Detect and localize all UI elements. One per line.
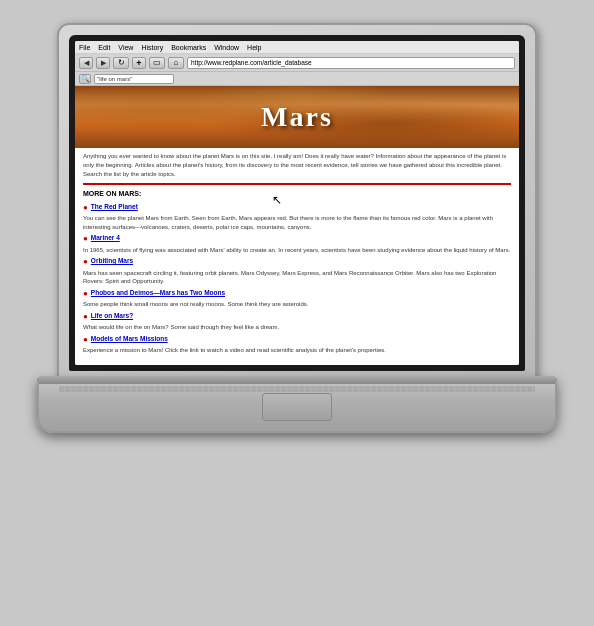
list-item: ● The Red Planet (83, 203, 511, 213)
browser-menubar: File Edit View History Bookmarks Window … (75, 41, 519, 54)
browser-searchbar: 🔍 "life on mars" (75, 72, 519, 86)
bullet-icon: ● (83, 289, 88, 299)
search-input[interactable]: "life on mars" (94, 74, 174, 84)
item-link-2[interactable]: Orbiting Mars (91, 257, 133, 265)
list-item: ● Life on Mars? (83, 312, 511, 322)
keyboard-area (59, 386, 535, 392)
intro-text: Anything you ever wanted to know about t… (83, 152, 511, 179)
item-desc-0: You can see the planet Mars from Earth. … (83, 214, 511, 231)
item-desc-1: In 1965, scientists of flying was associ… (83, 246, 511, 254)
menu-window[interactable]: Window (214, 44, 239, 51)
laptop: File Edit View History Bookmarks Window … (37, 23, 557, 603)
mars-banner-title: Mars (261, 101, 333, 133)
item-desc-3: Some people think small moons are not re… (83, 300, 511, 308)
laptop-hinge (39, 376, 555, 384)
home-button[interactable]: ⌂ (168, 57, 184, 69)
screen-bezel: File Edit View History Bookmarks Window … (69, 35, 525, 371)
menu-file[interactable]: File (79, 44, 90, 51)
list-item: ● Phobos and Deimos—Mars has Two Moons (83, 289, 511, 299)
screen: File Edit View History Bookmarks Window … (75, 41, 519, 365)
window-button[interactable]: ▭ (149, 57, 165, 69)
section-title: MORE ON MARS: (83, 189, 511, 199)
laptop-lid: File Edit View History Bookmarks Window … (57, 23, 537, 383)
list-item: ● Mariner 4 (83, 234, 511, 244)
menu-history[interactable]: History (141, 44, 163, 51)
bullet-icon: ● (83, 312, 88, 322)
page-content: Mars Anything you ever wanted to know ab… (75, 86, 519, 365)
back-button[interactable]: ◀ (79, 57, 93, 69)
url-bar[interactable]: http://www.redplane.com/article_database (187, 57, 515, 69)
item-desc-5: Experience a mission to Mars! Click the … (83, 346, 511, 354)
item-desc-2: Mars has seen spacecraft circling it, fe… (83, 269, 511, 286)
mars-banner: Mars (75, 86, 519, 148)
menu-help[interactable]: Help (247, 44, 261, 51)
item-link-5[interactable]: Models of Mars Missions (91, 335, 168, 343)
menu-view[interactable]: View (118, 44, 133, 51)
list-item: ● Orbiting Mars (83, 257, 511, 267)
add-tab-button[interactable]: + (132, 57, 146, 69)
reload-button[interactable]: ↻ (113, 57, 129, 69)
laptop-base (37, 378, 557, 433)
item-desc-4: What would life on the on Mars? Some sai… (83, 323, 511, 331)
menu-edit[interactable]: Edit (98, 44, 110, 51)
section-divider (83, 183, 511, 185)
item-link-0[interactable]: The Red Planet (91, 203, 138, 211)
menu-bookmarks[interactable]: Bookmarks (171, 44, 206, 51)
item-link-3[interactable]: Phobos and Deimos—Mars has Two Moons (91, 289, 225, 297)
bullet-icon: ● (83, 257, 88, 267)
list-item: ● Models of Mars Missions (83, 335, 511, 345)
page-body: Anything you ever wanted to know about t… (75, 148, 519, 361)
bullet-icon: ● (83, 335, 88, 345)
item-link-1[interactable]: Mariner 4 (91, 234, 120, 242)
item-link-4[interactable]: Life on Mars? (91, 312, 133, 320)
forward-button[interactable]: ▶ (96, 57, 110, 69)
search-icon[interactable]: 🔍 (79, 74, 91, 84)
bullet-icon: ● (83, 203, 88, 213)
bullet-icon: ● (83, 234, 88, 244)
touchpad[interactable] (262, 393, 332, 421)
browser-toolbar: ◀ ▶ ↻ + ▭ ⌂ http://www.redplane.com/arti… (75, 54, 519, 72)
